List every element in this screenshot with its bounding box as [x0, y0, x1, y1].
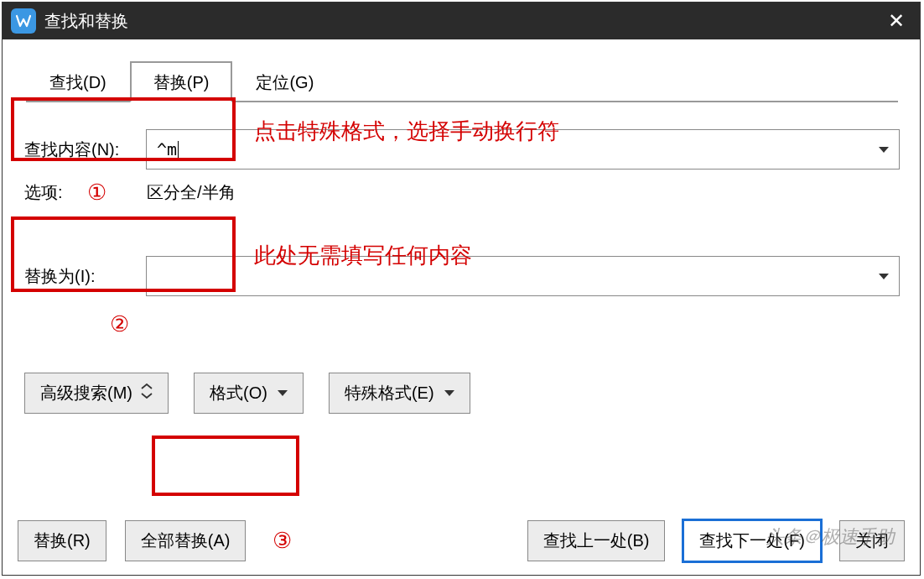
app-icon [11, 8, 36, 34]
chevron-down-icon [278, 390, 288, 396]
find-prev-label: 查找上一处(B) [543, 529, 650, 552]
dialog-window: 查找和替换 ✕ 查找(D) 替换(P) 定位(G) 查找内容(N): ^m [2, 2, 921, 576]
tabs: 查找(D) 替换(P) 定位(G) [26, 60, 898, 102]
double-caret-icon [141, 383, 153, 403]
advanced-search-label: 高级搜索(M) [40, 382, 132, 404]
special-label: 特殊格式(E) [345, 382, 434, 404]
find-prev-button[interactable]: 查找上一处(B) [527, 520, 666, 561]
annotation-box-3 [152, 436, 299, 496]
annotation-circle-3: ③ [273, 528, 292, 554]
tab-goto-label: 定位(G) [256, 73, 314, 91]
replace-button[interactable]: 替换(R) [18, 520, 106, 561]
titlebar: 查找和替换 ✕ [3, 3, 920, 39]
special-format-button[interactable]: 特殊格式(E) [329, 373, 470, 414]
format-button[interactable]: 格式(O) [194, 373, 304, 414]
dialog-content: 查找(D) 替换(P) 定位(G) 查找内容(N): ^m 选项: ① 区分全/… [3, 39, 920, 414]
options-label: 选项: [24, 181, 79, 204]
annotation-circle-2: ② [110, 311, 129, 336]
tab-replace[interactable]: 替换(P) [130, 61, 233, 102]
watermark: 头条＠极速手助 [766, 524, 895, 550]
format-label: 格式(O) [210, 382, 267, 404]
tab-goto[interactable]: 定位(G) [232, 61, 337, 102]
find-label: 查找内容(N): [24, 138, 146, 161]
chevron-down-icon [444, 390, 454, 396]
replace-all-label: 全部替换(A) [141, 529, 231, 552]
close-icon[interactable]: ✕ [881, 9, 911, 33]
annotation-text-1: 点击特殊格式，选择手动换行符 [254, 117, 559, 146]
annotation-circle-1: ① [87, 180, 106, 206]
chevron-down-icon[interactable] [879, 274, 889, 279]
window-title: 查找和替换 [44, 10, 128, 33]
advanced-search-button[interactable]: 高级搜索(M) [24, 373, 169, 414]
replace-all-button[interactable]: 全部替换(A) [125, 520, 247, 561]
replace-label: 替换为(I): [24, 265, 146, 288]
options-value: 区分全/半角 [147, 181, 236, 204]
tab-replace-label: 替换(P) [153, 73, 210, 91]
tab-find[interactable]: 查找(D) [26, 61, 130, 102]
replace-btn-label: 替换(R) [34, 529, 91, 552]
tab-find-label: 查找(D) [49, 73, 106, 91]
annotation-text-2: 此处无需填写任何内容 [254, 241, 472, 270]
chevron-down-icon[interactable] [879, 147, 889, 153]
